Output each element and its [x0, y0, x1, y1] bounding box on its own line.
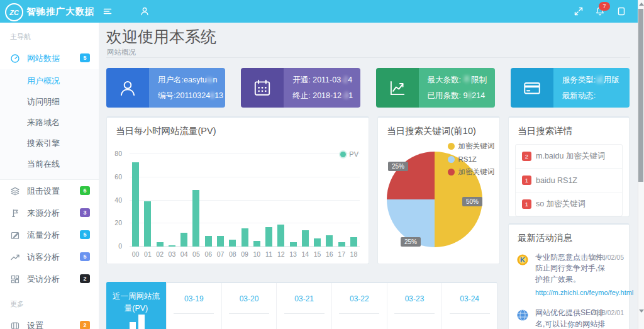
- date-tab-03-19[interactable]: 03-19: [167, 283, 221, 329]
- sidebar-section-label: 主导航: [0, 23, 99, 47]
- pie-percent-label: 50%: [462, 197, 482, 206]
- card-text: 214: [472, 91, 485, 100]
- page-scrollbar[interactable]: [638, 0, 644, 329]
- sidebar-badge: 2: [80, 274, 90, 283]
- sidebar-subitem-来路域名[interactable]: 来路域名: [0, 112, 99, 133]
- bar-cell: [287, 154, 299, 247]
- person-icon[interactable]: [140, 6, 150, 16]
- scroll-up-arrow-icon[interactable]: [639, 3, 644, 6]
- card-text: 已用条数: 9: [428, 91, 468, 100]
- bar-05: [192, 190, 199, 247]
- sidebar-subitem-访问明细[interactable]: 访问明细: [0, 91, 99, 112]
- bar-cell: [348, 154, 360, 247]
- bar-00: [132, 162, 139, 247]
- bar-cell: [238, 154, 250, 247]
- sidebar-item-访客分析[interactable]: 访客分析5: [0, 246, 99, 268]
- card-body: 服务类型:试用版最新动态:: [553, 68, 630, 108]
- legend-label: 加密关键词: [458, 167, 495, 177]
- scroll-down-arrow-icon[interactable]: [639, 309, 644, 313]
- card-text: n: [213, 75, 218, 84]
- x-tick-label: 02: [154, 250, 166, 258]
- scrollbar-thumb[interactable]: [638, 9, 643, 182]
- pie-legend-item[interactable]: 加密关键词: [448, 167, 495, 177]
- sidebar-badge: 2: [80, 321, 90, 329]
- card-body: 最大条数: 不限制已用条数: 98214: [419, 68, 495, 108]
- sidebar-item-网站数据[interactable]: 网站数据5: [0, 47, 99, 69]
- svg-text:K: K: [520, 256, 525, 264]
- bar-x-axis: 00010203040506070809101112131415161718: [130, 250, 360, 258]
- book-icon: [10, 321, 20, 329]
- bar-cell: [190, 154, 202, 247]
- card-text: 服务类型:: [562, 75, 596, 84]
- title-divider: [106, 57, 630, 58]
- card-line: 服务类型:试用版: [562, 75, 630, 86]
- date-divider: [284, 313, 325, 314]
- sidebar-section-label: 更多: [0, 290, 99, 315]
- x-tick-label: 16: [323, 250, 335, 258]
- card-line: 最新动态:: [562, 91, 630, 101]
- grid-icon: [10, 274, 20, 284]
- sidebar-item-label: 网站数据: [27, 53, 60, 64]
- legend-dot-icon: [448, 143, 455, 150]
- date-tab-03-21[interactable]: 03-21: [276, 283, 331, 329]
- activity-link[interactable]: http://m.zhichi.cn/feymo/fey.html: [535, 289, 633, 296]
- sidebar-submenu: 用户概况访问明细来路域名搜索引擎当前在线: [0, 69, 99, 180]
- blurred-text: 6: [210, 91, 214, 100]
- activity-date: 2018/02/05: [591, 254, 624, 261]
- sidebar-subitem-当前在线[interactable]: 当前在线: [0, 153, 99, 174]
- date-tab-03-24[interactable]: 03-24: [441, 283, 497, 329]
- date-divider: [229, 313, 269, 314]
- card-text: 4: [348, 75, 352, 84]
- pie-percent-label: 25%: [388, 162, 408, 171]
- search-detail-row[interactable]: 2m.baidu 加密关键词: [516, 145, 622, 168]
- summary-cards: 用户名:easytuion编号:20110324613开通: 2011-03-2…: [106, 68, 630, 108]
- x-tick-label: 17: [336, 250, 348, 258]
- sidebar-badge: 6: [80, 186, 90, 195]
- date-tab-03-20[interactable]: 03-20: [221, 283, 277, 329]
- keywords-pie-panel: 当日搜索关键词(前10) 加密关键词RS1Z加密关键词 50%25%25%: [377, 116, 500, 264]
- search-detail-row[interactable]: 1so 加密关键词: [516, 192, 622, 216]
- sidebar-subitem-用户概况[interactable]: 用户概况: [0, 70, 99, 91]
- x-tick-label: 01: [142, 250, 153, 258]
- window-icon[interactable]: [616, 6, 626, 16]
- credit-card-icon: [511, 68, 553, 108]
- y-tick-label: 60: [114, 173, 122, 181]
- globe-icon: [516, 309, 529, 321]
- weekly-pv-tile: 近一周网站流量(PV): [106, 282, 166, 329]
- search-detail-row[interactable]: 1baidu RS1Z: [516, 168, 622, 192]
- keyword-text: baidu RS1Z: [536, 176, 577, 185]
- bar-series: [130, 154, 360, 247]
- bar-legend-item[interactable]: PV: [340, 150, 358, 158]
- sidebar-item-label: 访客分析: [27, 252, 60, 263]
- sidebar-item-受访分析[interactable]: 受访分析2: [0, 268, 99, 290]
- blurred-text: -2: [341, 75, 348, 84]
- sidebar-item-label: 受访分析: [27, 274, 60, 285]
- bell-icon[interactable]: 7: [595, 6, 605, 16]
- sidebar-item-设置[interactable]: 设置2: [0, 315, 99, 329]
- top-header: ZC 智驰推广大数据 7: [0, 0, 644, 23]
- pie-legend-item[interactable]: RS1Z: [448, 155, 495, 163]
- speedometer-icon: [10, 53, 20, 64]
- sidebar-subitem-搜索引擎[interactable]: 搜索引擎: [0, 133, 99, 153]
- bar-cell: [251, 154, 263, 247]
- layers-icon: [10, 186, 20, 196]
- card-line: 已用条数: 98214: [428, 91, 495, 101]
- fullscreen-icon[interactable]: [574, 6, 584, 16]
- blurred-text: io: [207, 75, 213, 84]
- bar-14: [302, 230, 309, 247]
- card-line: 最大条数: 不限制: [428, 75, 495, 86]
- date-tab-03-23[interactable]: 03-23: [387, 283, 442, 329]
- blurred-text: 不: [463, 75, 471, 84]
- sidebar-item-来源分析[interactable]: 来源分析3: [0, 202, 99, 224]
- sidebar-item-阻击设置[interactable]: 阻击设置6: [0, 180, 99, 202]
- date-tab-03-22[interactable]: 03-22: [331, 283, 387, 329]
- x-tick-label: 07: [214, 250, 226, 258]
- legend-label: PV: [349, 150, 358, 158]
- sidebar-item-流量分析[interactable]: 流量分析5: [0, 224, 99, 246]
- pie-legend-item[interactable]: 加密关键词: [448, 142, 495, 151]
- hamburger-icon[interactable]: [103, 6, 113, 16]
- bar-y-axis: 020406080: [107, 154, 126, 247]
- brand-logo[interactable]: ZC: [5, 3, 23, 21]
- blurred-text: 试: [596, 75, 604, 84]
- date-label: 03-21: [277, 294, 331, 303]
